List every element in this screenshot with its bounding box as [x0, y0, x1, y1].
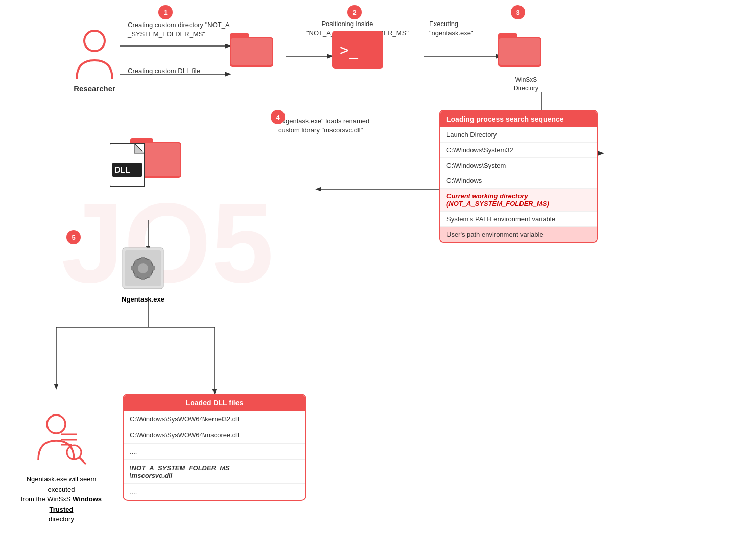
- process-item-5: Current working directory(NOT_A_SYSTEM_F…: [440, 189, 597, 212]
- process-item-2: C:\Windows\System32: [440, 143, 597, 158]
- svg-point-10: [84, 31, 105, 51]
- step-badge-2: 2: [347, 5, 362, 19]
- step4-label: "Ngentask.exe" loads renamed custom libr…: [278, 117, 386, 135]
- winsxs-folder: [498, 28, 544, 71]
- step-badge-1: 1: [158, 5, 173, 19]
- loaded-dll-header: Loaded DLL files: [124, 395, 305, 411]
- svg-rect-18: [499, 38, 540, 65]
- watermark: JO5: [61, 179, 274, 308]
- loaded-dll-box: Loaded DLL files C:\Windows\SysWOW64\ker…: [123, 394, 306, 501]
- researcher-bottom-label: Ngentask.exe will seem executed from the…: [15, 474, 107, 524]
- dll-item-5: ....: [124, 484, 305, 500]
- process-item-4: C:\Windows: [440, 173, 597, 189]
- svg-text:>_: >_: [340, 41, 359, 59]
- dll-item-2: C:\Windows\SysWOW64\mscoree.dll: [124, 427, 305, 444]
- svg-line-43: [79, 457, 86, 464]
- svg-rect-13: [231, 38, 272, 65]
- step3-label: Executing "ngentask.exe": [429, 19, 506, 38]
- svg-rect-32: [131, 266, 135, 270]
- terminal-icon: >_: [332, 31, 383, 74]
- svg-rect-30: [141, 257, 145, 261]
- ngentask-label: Ngentask.exe: [120, 295, 166, 303]
- diagram-container: JO5 1 2 3 4 5: [0, 0, 756, 553]
- step-badge-4: 4: [271, 110, 285, 124]
- svg-text:DLL: DLL: [114, 166, 130, 174]
- process-box-header: Loading process search sequence: [440, 111, 597, 127]
- process-item-3: C:\Windows\System: [440, 158, 597, 173]
- step1-label-bottom: Creating custom DLL file: [128, 66, 220, 76]
- researcher-top: Researcher: [72, 26, 117, 93]
- process-item-7: User's path environment variable: [440, 227, 597, 242]
- svg-point-38: [47, 415, 65, 433]
- dll-item-4: \NOT_A_SYSTEM_FOLDER_MS\mscorsvc.dll: [124, 460, 305, 484]
- process-search-box: Loading process search sequence Launch D…: [439, 110, 598, 243]
- step1-label-top: Creating custom directory "NOT_A _SYSTEM…: [128, 20, 230, 39]
- researcher-label: Researcher: [74, 84, 115, 93]
- svg-point-29: [138, 263, 148, 273]
- folder-icon-1: [230, 28, 276, 71]
- researcher-svg: [72, 26, 117, 82]
- process-item-1: Launch Directory: [440, 127, 597, 143]
- ngentask-icon: Ngentask.exe: [120, 245, 166, 303]
- svg-rect-33: [151, 266, 155, 270]
- dll-item-3: ....: [124, 444, 305, 460]
- dll-item-1: C:\Windows\SysWOW64\kernel32.dll: [124, 411, 305, 427]
- researcher-bottom: Ngentask.exe will seem executed from the…: [15, 409, 107, 524]
- process-item-6: System's PATH environment variable: [440, 212, 597, 227]
- step-badge-3: 3: [511, 5, 525, 19]
- svg-rect-31: [141, 276, 145, 280]
- winsxs-label: WinSxSDirectory: [503, 76, 549, 93]
- step-badge-5: 5: [66, 230, 81, 244]
